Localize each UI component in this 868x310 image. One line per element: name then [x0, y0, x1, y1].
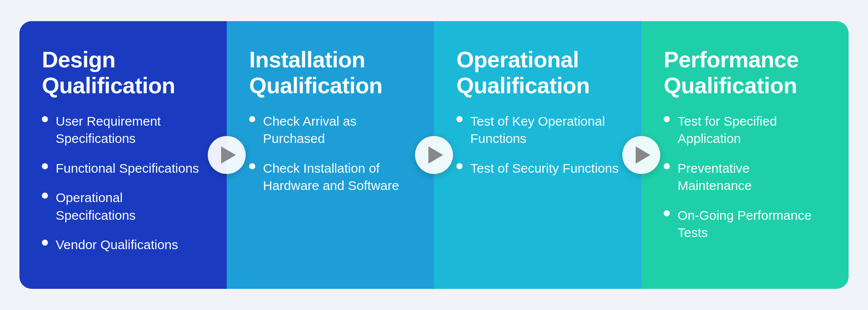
bullet-icon	[249, 116, 255, 122]
bullet-icon	[456, 163, 463, 169]
list-item-text: Preventative Maintenance	[678, 160, 826, 195]
list-item-text: On-Going Performance Tests	[678, 207, 826, 242]
list-item-text: Test of Security Functions	[470, 160, 618, 177]
list-item: User Requirement Specifications	[42, 113, 204, 148]
column-col-4: Performance QualificationTest for Specif…	[641, 21, 849, 289]
list-item: Test of Security Functions	[456, 160, 619, 177]
list-col-3: Test of Key Operational FunctionsTest of…	[456, 113, 619, 177]
list-item-text: Test for Specified Application	[678, 113, 826, 148]
qualification-diagram: Design QualificationUser Requirement Spe…	[19, 21, 849, 289]
list-item: Operational Specifications	[42, 189, 204, 224]
bullet-icon	[249, 163, 255, 169]
list-col-4: Test for Specified ApplicationPreventati…	[664, 113, 826, 242]
list-item: Functional Specifications	[42, 160, 204, 177]
play-triangle-icon	[636, 146, 650, 164]
bullet-icon	[42, 116, 48, 122]
bullet-icon	[42, 193, 48, 199]
arrow-icon	[208, 136, 246, 174]
column-col-3: Operational QualificationTest of Key Ope…	[434, 21, 641, 289]
list-item: Test of Key Operational Functions	[456, 113, 619, 148]
list-item: Test for Specified Application	[664, 113, 826, 148]
bullet-icon	[664, 116, 670, 122]
bullet-icon	[664, 210, 670, 216]
list-item-text: Check Installation of Hardware and Softw…	[263, 160, 412, 195]
list-item-text: Test of Key Operational Functions	[470, 113, 619, 148]
list-item-text: Operational Specifications	[56, 189, 204, 224]
bullet-icon	[456, 116, 463, 122]
list-item-text: User Requirement Specifications	[56, 113, 204, 148]
list-item: Check Arrival as Purchased	[249, 113, 412, 148]
list-col-2: Check Arrival as PurchasedCheck Installa…	[249, 113, 412, 195]
title-col-4: Performance Qualification	[664, 47, 826, 99]
list-item: Vendor Qualifications	[42, 236, 204, 254]
play-triangle-icon	[428, 146, 443, 164]
play-triangle-icon	[221, 146, 236, 164]
bullet-icon	[42, 163, 48, 169]
arrow-icon	[622, 136, 660, 174]
column-col-1: Design QualificationUser Requirement Spe…	[19, 21, 227, 289]
list-item: On-Going Performance Tests	[664, 207, 826, 242]
title-col-2: Installation Qualification	[249, 47, 412, 99]
list-item-text: Functional Specifications	[56, 160, 199, 177]
list-item: Check Installation of Hardware and Softw…	[249, 160, 412, 195]
list-item: Preventative Maintenance	[664, 160, 826, 195]
bullet-icon	[664, 163, 670, 169]
list-item-text: Check Arrival as Purchased	[263, 113, 412, 148]
title-col-1: Design Qualification	[42, 47, 204, 99]
column-col-2: Installation QualificationCheck Arrival …	[227, 21, 434, 289]
arrow-icon	[415, 136, 453, 174]
title-col-3: Operational Qualification	[456, 47, 619, 99]
list-col-1: User Requirement SpecificationsFunctiona…	[42, 113, 204, 254]
bullet-icon	[42, 240, 48, 246]
list-item-text: Vendor Qualifications	[56, 236, 178, 254]
